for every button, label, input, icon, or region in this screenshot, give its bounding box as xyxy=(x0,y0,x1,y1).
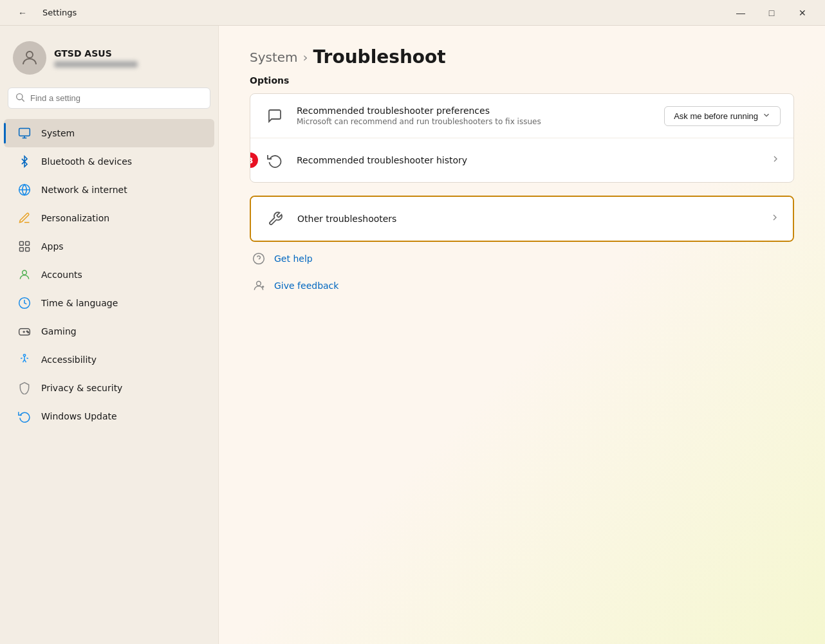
other-text: Other troubleshooters xyxy=(297,214,759,224)
give-feedback-text: Give feedback xyxy=(274,281,338,291)
privacy-icon xyxy=(17,380,32,396)
get-help-text: Get help xyxy=(274,253,313,264)
history-label: Recommended troubleshooter history xyxy=(297,155,760,165)
card-list: Recommended troubleshooter preferences M… xyxy=(250,93,794,183)
sidebar-item-personalization[interactable]: Personalization xyxy=(4,204,214,232)
gaming-icon xyxy=(17,324,32,339)
sidebar-item-system[interactable]: System xyxy=(4,119,214,147)
history-text: Recommended troubleshooter history xyxy=(297,155,760,165)
svg-point-20 xyxy=(254,253,264,264)
troubleshoot-history-item[interactable]: 3 Recommended troubleshooter history xyxy=(250,138,793,182)
network-icon xyxy=(17,182,32,198)
sidebar-item-apps[interactable]: Apps xyxy=(4,232,214,261)
minimize-button[interactable]: — xyxy=(726,3,755,23)
svg-rect-8 xyxy=(20,242,24,246)
sidebar-item-label: Accessibility xyxy=(41,354,97,365)
system-icon xyxy=(17,125,32,141)
sidebar-item-label: Time & language xyxy=(41,298,118,308)
svg-point-0 xyxy=(26,51,33,58)
sidebar-item-accessibility[interactable]: Accessibility xyxy=(4,345,214,374)
preferences-action: Ask me before running xyxy=(664,106,781,126)
breadcrumb: System › Troubleshoot xyxy=(250,46,794,68)
main-content: System › Troubleshoot Options Recommende… xyxy=(219,26,825,644)
history-icon xyxy=(263,149,286,172)
user-section: GTSD ASUS xyxy=(0,36,218,87)
sidebar-item-label: Privacy & security xyxy=(41,383,122,393)
user-name: GTSD ASUS xyxy=(54,48,138,59)
svg-point-12 xyxy=(23,270,27,275)
step-badge: 3 xyxy=(250,152,258,168)
sidebar-item-label: Gaming xyxy=(41,326,77,336)
breadcrumb-current: Troubleshoot xyxy=(313,46,446,68)
user-email xyxy=(54,61,138,68)
accounts-icon xyxy=(17,267,32,282)
nav-items: System Bluetooth & devices xyxy=(0,119,218,634)
links-section: Get help Give feedback xyxy=(250,247,794,297)
sidebar-item-label: Windows Update xyxy=(41,411,117,421)
close-button[interactable]: ✕ xyxy=(788,3,817,23)
app-title: Settings xyxy=(42,8,77,17)
apps-icon xyxy=(17,239,32,254)
search-input[interactable] xyxy=(30,93,203,103)
time-icon xyxy=(17,295,32,311)
preferences-label: Recommended troubleshooter preferences xyxy=(297,106,654,116)
svg-rect-11 xyxy=(26,248,30,252)
svg-point-19 xyxy=(23,354,25,356)
svg-rect-10 xyxy=(20,248,24,252)
get-help-link[interactable]: Get help xyxy=(250,247,794,270)
section-title: Options xyxy=(250,75,794,86)
maximize-button[interactable]: □ xyxy=(757,3,786,23)
history-action xyxy=(770,154,781,167)
chevron-right-icon xyxy=(770,154,781,167)
other-action xyxy=(770,212,780,225)
sidebar-item-label: Bluetooth & devices xyxy=(41,156,132,167)
breadcrumb-separator: › xyxy=(303,50,308,65)
app-container: GTSD ASUS xyxy=(0,26,825,644)
window-controls: — □ ✕ xyxy=(726,3,817,23)
svg-point-18 xyxy=(28,332,29,333)
sidebar-item-label: Accounts xyxy=(41,270,82,280)
sidebar-item-label: Apps xyxy=(41,241,64,252)
sidebar-item-network[interactable]: Network & internet xyxy=(4,176,214,204)
svg-point-22 xyxy=(257,281,261,286)
sidebar-item-time[interactable]: Time & language xyxy=(4,289,214,317)
sidebar-item-bluetooth[interactable]: Bluetooth & devices xyxy=(4,147,214,176)
svg-rect-9 xyxy=(26,242,30,246)
give-feedback-icon xyxy=(250,277,268,295)
titlebar: ← Settings — □ ✕ xyxy=(0,0,825,26)
sidebar-item-accounts[interactable]: Accounts xyxy=(4,261,214,289)
search-icon xyxy=(15,92,25,104)
get-help-icon xyxy=(250,250,268,268)
svg-line-2 xyxy=(22,99,24,102)
sidebar-item-privacy[interactable]: Privacy & security xyxy=(4,374,214,402)
user-info: GTSD ASUS xyxy=(54,48,138,68)
avatar xyxy=(13,41,46,75)
sidebar-item-label: Network & internet xyxy=(41,185,127,195)
titlebar-left: ← Settings xyxy=(8,3,77,23)
personalization-icon xyxy=(17,210,32,226)
chevron-down-icon xyxy=(762,111,771,122)
troubleshoot-preferences-item[interactable]: Recommended troubleshooter preferences M… xyxy=(250,94,793,138)
wrench-icon xyxy=(264,207,287,230)
preferences-text: Recommended troubleshooter preferences M… xyxy=(297,106,654,126)
sidebar-item-label: System xyxy=(41,128,75,138)
other-label: Other troubleshooters xyxy=(297,214,759,224)
search-box[interactable] xyxy=(8,87,210,109)
sidebar-item-gaming[interactable]: Gaming xyxy=(4,317,214,345)
bluetooth-icon xyxy=(17,154,32,169)
preferences-sublabel: Microsoft can recommend and run troubles… xyxy=(297,117,654,126)
preferences-dropdown[interactable]: Ask me before running xyxy=(664,106,781,126)
other-troubleshooters-item[interactable]: Other troubleshooters xyxy=(251,197,793,241)
back-button[interactable]: ← xyxy=(8,3,37,23)
give-feedback-link[interactable]: Give feedback xyxy=(250,274,794,297)
sidebar-item-label: Personalization xyxy=(41,213,109,223)
chevron-right-icon-other xyxy=(770,212,780,225)
breadcrumb-parent[interactable]: System xyxy=(250,50,298,65)
accessibility-icon xyxy=(17,352,32,367)
winupdate-icon xyxy=(17,409,32,424)
svg-point-1 xyxy=(17,94,23,100)
sidebar: GTSD ASUS xyxy=(0,26,219,644)
other-troubleshooters-card: Other troubleshooters xyxy=(250,196,794,242)
chat-icon xyxy=(263,104,286,127)
sidebar-item-winupdate[interactable]: Windows Update xyxy=(4,402,214,430)
